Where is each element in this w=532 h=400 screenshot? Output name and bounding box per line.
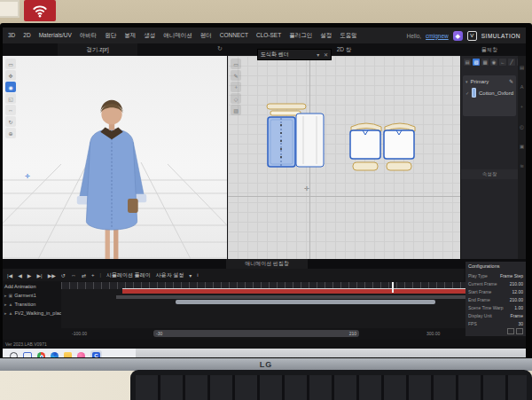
status-row: Ver 2023.LAB.V0971: [3, 340, 526, 349]
annotate-icon[interactable]: A: [520, 84, 524, 90]
edge-icon[interactable]: [51, 352, 59, 357]
simulation-play-button[interactable]: 시뮬레이션 플레이: [106, 271, 151, 279]
close-icon[interactable]: ✕: [324, 52, 328, 58]
skip-start-icon[interactable]: |◀: [7, 272, 12, 278]
photos-icon[interactable]: [77, 352, 85, 357]
menu-render[interactable]: 렌더: [200, 32, 212, 40]
menu-animation[interactable]: 애니메이션: [163, 32, 192, 40]
select-tool-icon[interactable]: ▭: [5, 59, 16, 69]
garment-clip-bar[interactable]: [122, 288, 466, 294]
move-tool-icon[interactable]: ✥: [5, 70, 16, 81]
project-tab[interactable]: 경기.zprj: [58, 43, 137, 56]
pin-tool-icon[interactable]: ◱: [5, 93, 16, 104]
config-value[interactable]: 12.00: [512, 289, 523, 294]
expand-icon[interactable]: [516, 328, 523, 334]
step-back-icon[interactable]: ◀: [18, 272, 22, 278]
search-icon[interactable]: [10, 352, 18, 357]
button-icon[interactable]: ◉: [490, 59, 497, 66]
menu-plugin[interactable]: 플러그인: [289, 32, 312, 40]
connect-badge-icon[interactable]: ◆: [453, 31, 463, 41]
dock-icon[interactable]: [507, 328, 514, 334]
simulation-toggle[interactable]: SIMULATION: [481, 33, 520, 39]
track-garment[interactable]: ▸ ▣ Garment1: [3, 291, 61, 300]
add-animation-button[interactable]: Add Animation: [3, 282, 61, 291]
config-value[interactable]: 210.00: [510, 281, 523, 286]
add-icon[interactable]: ＋: [520, 104, 525, 110]
active-tool-icon[interactable]: ◉: [5, 82, 16, 92]
scene-list-icon[interactable]: ▤: [464, 59, 471, 66]
menu-sewing[interactable]: 봉제: [124, 32, 136, 40]
menu-fabric[interactable]: 원단: [105, 32, 116, 40]
wave-icon[interactable]: ≋: [520, 163, 524, 169]
zoom-tool-icon[interactable]: ⊕: [5, 128, 16, 138]
menu-connect[interactable]: CONNECT: [220, 32, 248, 40]
separator: |: [99, 272, 101, 278]
grid-icon[interactable]: ▣: [520, 144, 524, 149]
float-window-header[interactable]: 도식화 렌더 ▾ ✕: [257, 49, 332, 60]
record-icon[interactable]: +: [91, 272, 95, 278]
config-value[interactable]: 1.00: [514, 305, 523, 310]
needle-icon[interactable]: ╱: [508, 59, 515, 66]
caret-icon[interactable]: ▸: [4, 293, 7, 298]
menu-materials-uv[interactable]: Materials/UV: [39, 32, 72, 40]
rotate-tool-icon[interactable]: ↻: [5, 116, 16, 127]
loop-icon[interactable]: ↺: [61, 272, 66, 278]
caret-icon[interactable]: ▸: [4, 310, 7, 316]
menu-create[interactable]: 생성: [144, 32, 155, 40]
menu-3d[interactable]: 3D: [8, 32, 15, 40]
ruler-max-label: 300.00: [426, 331, 440, 336]
task-view-icon[interactable]: [23, 352, 32, 358]
caret-down-icon[interactable]: ▾: [466, 79, 468, 84]
collapse-icon[interactable]: ▾: [317, 52, 319, 58]
menu-help[interactable]: 도움말: [340, 32, 357, 40]
step-forward-icon[interactable]: ▶|: [36, 272, 42, 278]
chrome-icon[interactable]: [37, 352, 45, 357]
axis-gizmo-icon[interactable]: ✛: [25, 173, 30, 180]
track-list: Add Animation ▸ ▣ Garment1 ▸ ▲ Transitio…: [3, 282, 61, 328]
walk-motion-clip-bar[interactable]: [176, 300, 435, 304]
config-footer-icons: [468, 328, 523, 334]
username-link[interactable]: cmignew: [426, 33, 449, 39]
menu-avatar[interactable]: 아바타: [80, 32, 98, 40]
layers-icon[interactable]: ▤: [520, 65, 524, 70]
playhead[interactable]: [392, 282, 394, 293]
skip-end-icon[interactable]: ▶▶: [48, 272, 56, 278]
measure-tool-icon[interactable]: ↔: [5, 105, 16, 115]
fabric-group-row[interactable]: ▾ Primary ✎: [463, 75, 516, 87]
track-walk-motion[interactable]: ▸ ▲ FV2_Walking_in_place_0..: [3, 309, 61, 318]
simulation-settings-button[interactable]: 사용자 설정: [156, 271, 184, 279]
menu-2d[interactable]: 2D: [23, 32, 30, 40]
fabric-swatch[interactable]: [472, 88, 476, 98]
refresh-icon[interactable]: ↻: [217, 45, 223, 52]
file-explorer-icon[interactable]: [64, 352, 72, 357]
viewport-3d[interactable]: ▭ ✥ ◉ ◱ ↔ ↻ ⊕ ✛: [3, 56, 227, 259]
settings-caret-icon[interactable]: ▾: [189, 272, 192, 278]
menu-settings[interactable]: 설정: [320, 32, 332, 40]
fabric-tab-icon[interactable]: ▨: [473, 59, 480, 66]
swap-icon[interactable]: ⇄: [82, 272, 86, 278]
arrow-left-icon[interactable]: ←: [499, 59, 506, 66]
config-value[interactable]: Frame: [511, 313, 523, 318]
play-icon[interactable]: ▶: [27, 272, 32, 278]
menu-clo-set[interactable]: CLO-SET: [256, 32, 281, 40]
timeline-tab[interactable]: 애니메이션 편집창: [226, 259, 308, 269]
config-value[interactable]: 210.00: [510, 297, 523, 302]
avatar-3d[interactable]: [67, 88, 156, 276]
track-transition[interactable]: ▸ ▲ Transition: [3, 300, 61, 309]
info-icon[interactable]: i: [197, 272, 198, 278]
timeline-scrollbar[interactable]: -30 210: [153, 330, 359, 337]
texture-icon[interactable]: ▦: [481, 59, 489, 66]
greeting-text: Hello,: [406, 33, 421, 39]
edit-pencil-icon[interactable]: ✎: [509, 78, 513, 84]
fabric-item-row[interactable]: ✓ Cotton_Oxford: [463, 87, 516, 98]
snap-icon[interactable]: ◴: [520, 124, 524, 129]
range-icon[interactable]: ↔: [71, 272, 76, 278]
config-value[interactable]: 30: [518, 321, 523, 326]
pattern-pieces[interactable]: [228, 56, 460, 259]
transition-clip-bar[interactable]: [116, 295, 466, 299]
config-value[interactable]: Frame Step: [500, 273, 523, 278]
clo-app-icon[interactable]: C: [92, 352, 100, 357]
viewport-2d[interactable]: ✛ ▭ ✎ ＋ ◇ ▨: [228, 56, 460, 259]
timeline-canvas[interactable]: [61, 282, 466, 328]
caret-icon[interactable]: ▸: [4, 302, 7, 307]
